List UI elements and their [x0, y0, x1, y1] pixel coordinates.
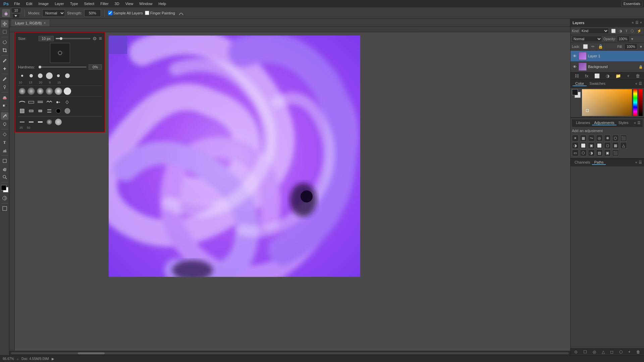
brush-preset-2[interactable]	[27, 72, 35, 80]
adj-exposure-icon[interactable]: ◎	[596, 135, 603, 141]
brush-pressure-icon[interactable]	[177, 10, 185, 16]
channels-collapse-icon[interactable]: «	[635, 160, 637, 165]
paths-new-btn[interactable]: +	[628, 350, 631, 354]
menu-layer[interactable]: Layer	[52, 1, 67, 6]
brush-soft-5[interactable]	[54, 87, 62, 95]
tool-pen[interactable]	[1, 131, 8, 138]
brush-preset-1[interactable]	[18, 72, 26, 80]
opacity-input[interactable]	[617, 36, 630, 42]
tool-eyedropper[interactable]	[1, 57, 8, 64]
adj-posterize-icon[interactable]: ▦	[612, 142, 619, 149]
foreground-background-colors[interactable]	[1, 185, 8, 192]
color-fg-swatch[interactable]	[572, 89, 578, 95]
layer-row-1[interactable]: 👁 Background 🔒	[571, 61, 644, 72]
create-channel-btn[interactable]: ◎	[593, 350, 596, 354]
layers-menu-icon[interactable]: ☰	[635, 20, 639, 25]
adj-curves-icon[interactable]: 〜	[588, 135, 595, 141]
hardness-value-input[interactable]	[89, 64, 102, 70]
brush-textured-1[interactable]	[45, 107, 53, 115]
brush-settings-icon[interactable]: ⚙	[93, 36, 97, 41]
layer-visibility-0[interactable]: 👁	[572, 53, 577, 59]
brush-special-6[interactable]	[63, 98, 71, 106]
adj-panel-collapse-icon[interactable]: «	[634, 121, 636, 125]
brush-soft-6[interactable]	[63, 87, 71, 95]
filter-pixel-icon[interactable]: ⬜	[610, 28, 617, 34]
brush-square-3[interactable]	[36, 107, 44, 115]
menu-view[interactable]: View	[123, 1, 136, 6]
adj-tab-styles[interactable]: Styles	[616, 121, 631, 125]
brush-size-sm1[interactable]	[18, 118, 26, 126]
lock-move-icon[interactable]: ✏	[590, 44, 596, 49]
adj-tab-adjustments[interactable]: Adjustments	[592, 121, 616, 125]
brush-preset-3[interactable]	[36, 72, 44, 80]
menu-window[interactable]: Window	[137, 1, 155, 6]
adj-bw-icon[interactable]: ◑	[572, 142, 579, 149]
tool-lasso[interactable]	[1, 39, 8, 46]
tool-dodge[interactable]	[1, 120, 8, 128]
menu-select[interactable]: Select	[82, 1, 97, 6]
menu-file[interactable]: File	[11, 1, 23, 6]
adj-threshold-icon[interactable]: △	[620, 142, 627, 149]
adj-shadow-icon[interactable]: ◑	[588, 149, 595, 156]
adj-hsl-icon[interactable]: ⬡	[612, 135, 619, 141]
tool-marquee[interactable]	[1, 28, 8, 36]
layer-row-0[interactable]: 👁 Layer 1	[571, 51, 644, 61]
channels-menu-icon[interactable]: ☰	[639, 160, 642, 165]
brush-size-value-input[interactable]	[39, 36, 54, 41]
brush-special-3[interactable]	[36, 98, 44, 106]
sample-all-checkbox-input[interactable]	[108, 11, 112, 15]
adj-unknown2-icon[interactable]: ▣	[604, 149, 611, 156]
brush-blob-2[interactable]	[54, 118, 62, 126]
brush-square-2[interactable]	[27, 107, 35, 115]
paths-stroke-btn[interactable]: ⬡	[619, 350, 623, 354]
quick-mask-icon[interactable]	[1, 194, 8, 202]
brush-extra-icon[interactable]: ≡	[99, 36, 102, 42]
color-hue-bar[interactable]	[633, 89, 637, 116]
brush-size-sm2[interactable]	[27, 118, 35, 126]
menu-help[interactable]: Help	[156, 1, 169, 6]
canvas-image[interactable]	[109, 36, 360, 277]
save-selection-btn[interactable]: ☐	[583, 350, 587, 354]
color-panel-menu-icon[interactable]: ☰	[639, 81, 642, 86]
adj-unknown3-icon[interactable]: ⬛	[612, 149, 619, 156]
paths-delete-btn[interactable]: 🗑	[636, 350, 640, 354]
menu-filter[interactable]: Filter	[98, 1, 111, 6]
adj-unknown-icon[interactable]: ▧	[596, 149, 603, 156]
brush-soft-1[interactable]	[18, 87, 26, 95]
brush-special-4[interactable]	[45, 98, 53, 106]
layer-kind-select[interactable]: Kind Name Effect	[580, 28, 609, 34]
brush-soft-3[interactable]	[36, 87, 44, 95]
layers-close-icon[interactable]: ×	[640, 20, 642, 25]
brush-blob-1[interactable]	[45, 118, 53, 126]
tool-path-select[interactable]	[1, 147, 8, 154]
brush-square-1[interactable]	[18, 107, 26, 115]
tool-screen-mode[interactable]	[1, 205, 8, 212]
brush-size-input[interactable]	[11, 8, 21, 13]
workspace-selector[interactable]: Essentials	[621, 1, 643, 7]
tool-text[interactable]: T	[1, 139, 8, 146]
brush-preset-btn[interactable]	[12, 13, 20, 18]
strength-input[interactable]	[84, 9, 101, 17]
brush-special-2[interactable]	[27, 98, 35, 106]
add-group-btn[interactable]: 📁	[615, 73, 621, 78]
brush-scatter-1[interactable]	[54, 107, 62, 115]
new-layer-btn[interactable]: +	[627, 73, 630, 78]
color-tab-swatches[interactable]: Swatches	[587, 81, 608, 86]
color-fg-bg-display[interactable]	[572, 89, 581, 98]
adj-invert-icon[interactable]: ◻	[604, 142, 611, 149]
channels-tab[interactable]: Channels	[573, 160, 592, 165]
zoom-icon[interactable]: ⌕	[17, 357, 19, 361]
adj-gradmap-icon[interactable]: ▭	[572, 149, 579, 156]
paths-load-btn[interactable]: ◻	[610, 350, 613, 354]
trash-channel-btn[interactable]: △	[602, 350, 605, 354]
canvas-wrapper[interactable]: Size: ⚙ ≡	[15, 32, 570, 351]
layer-visibility-1[interactable]: 👁	[572, 64, 577, 69]
link-layers-btn[interactable]: ⛓	[575, 73, 579, 78]
add-mask-btn[interactable]: ⬜	[594, 73, 600, 78]
fill-dropdown-icon[interactable]: ▼	[639, 45, 643, 49]
adj-photofilter-icon[interactable]: ⬜	[580, 142, 587, 149]
color-panel-collapse-icon[interactable]: «	[635, 81, 637, 86]
scrollbar-track[interactable]	[11, 352, 569, 354]
tool-crop[interactable]	[1, 47, 8, 54]
canvas-tab[interactable]: Layer 1, RGB/8) ×	[11, 19, 50, 26]
